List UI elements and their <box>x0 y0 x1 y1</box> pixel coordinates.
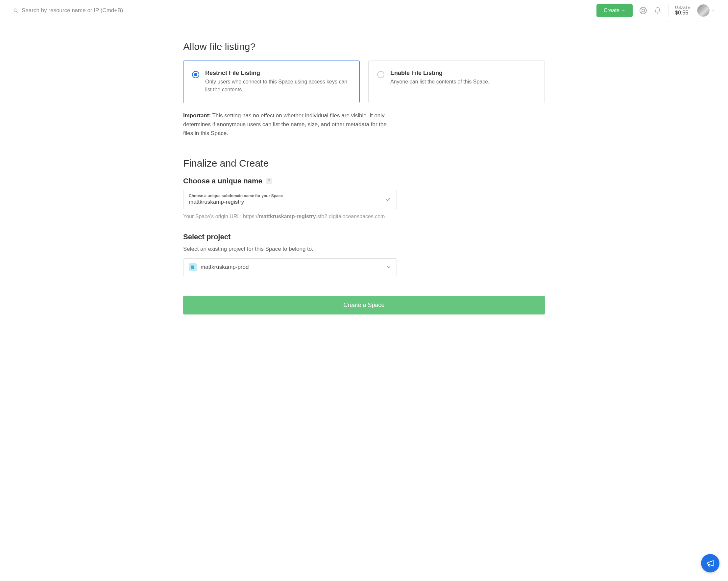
project-icon <box>189 263 197 271</box>
radio-icon <box>377 71 384 78</box>
origin-url: Your Space's origin URL: https://mattkru… <box>183 214 545 220</box>
origin-suffix: .sfo2.digitaloceanspaces.com <box>316 214 385 219</box>
option-enable[interactable]: Enable File Listing Anyone can list the … <box>368 60 545 103</box>
chevron-down-icon <box>711 9 715 12</box>
name-subsection-title: Choose a unique name ? <box>183 177 545 185</box>
option-restrict[interactable]: Restrict File Listing Only users who con… <box>183 60 360 103</box>
help-icon[interactable] <box>639 6 647 15</box>
header-bar: Create USAGE $0.55 <box>0 0 728 21</box>
origin-prefix: Your Space's origin URL: https:// <box>183 214 259 219</box>
name-section-label: Choose a unique name <box>183 177 262 185</box>
check-icon <box>385 196 391 202</box>
important-note: Important: This setting has no effect on… <box>183 111 394 138</box>
project-name: mattkruskamp-prod <box>201 264 249 271</box>
search-wrap <box>13 7 153 14</box>
option-title: Enable File Listing <box>390 70 490 77</box>
project-left: mattkruskamp-prod <box>189 263 249 271</box>
create-label: Create <box>604 7 620 13</box>
create-button[interactable]: Create <box>596 4 633 17</box>
usage-value: $0.55 <box>675 10 691 16</box>
usage-label: USAGE <box>675 5 691 10</box>
header-right: Create USAGE $0.55 <box>596 4 715 17</box>
option-body: Restrict File Listing Only users who con… <box>205 70 351 94</box>
file-listing-title: Allow file listing? <box>183 41 545 52</box>
option-desc: Only users who connect to this Space usi… <box>205 78 351 94</box>
search-input[interactable] <box>22 7 153 14</box>
radio-icon <box>192 71 199 78</box>
svg-line-5 <box>644 8 646 9</box>
help-badge[interactable]: ? <box>266 178 272 184</box>
main-content: Allow file listing? Restrict File Listin… <box>170 21 558 354</box>
finalize-title: Finalize and Create <box>183 158 545 169</box>
file-listing-options: Restrict File Listing Only users who con… <box>183 60 545 103</box>
space-name-input[interactable] <box>189 199 391 205</box>
option-title: Restrict File Listing <box>205 70 351 77</box>
project-desc: Select an existing project for this Spac… <box>183 246 545 252</box>
svg-point-0 <box>14 9 17 12</box>
important-label: Important: <box>183 112 211 119</box>
avatar <box>697 4 709 17</box>
account-menu[interactable] <box>697 4 715 17</box>
project-select[interactable]: mattkruskamp-prod <box>183 258 397 276</box>
option-desc: Anyone can list the contents of this Spa… <box>390 78 490 86</box>
search-icon <box>13 8 19 13</box>
svg-line-7 <box>644 11 646 13</box>
project-section-title: Select project <box>183 233 545 241</box>
chevron-down-icon <box>621 8 625 12</box>
important-text: This setting has no effect on whether in… <box>183 112 387 136</box>
create-space-button[interactable]: Create a Space <box>183 296 545 314</box>
usage-block: USAGE $0.55 <box>675 5 691 16</box>
svg-line-1 <box>17 11 18 12</box>
svg-point-3 <box>642 9 645 12</box>
origin-bold: mattkruskamp-registry <box>259 214 316 219</box>
divider <box>668 4 669 17</box>
notifications-icon[interactable] <box>654 6 661 15</box>
name-small-label: Choose a unique subdomain name for your … <box>189 194 391 198</box>
option-body: Enable File Listing Anyone can list the … <box>390 70 490 86</box>
chevron-down-icon <box>386 265 391 270</box>
svg-line-4 <box>641 8 642 9</box>
name-input-wrap: Choose a unique subdomain name for your … <box>183 190 397 209</box>
svg-line-6 <box>641 11 642 13</box>
